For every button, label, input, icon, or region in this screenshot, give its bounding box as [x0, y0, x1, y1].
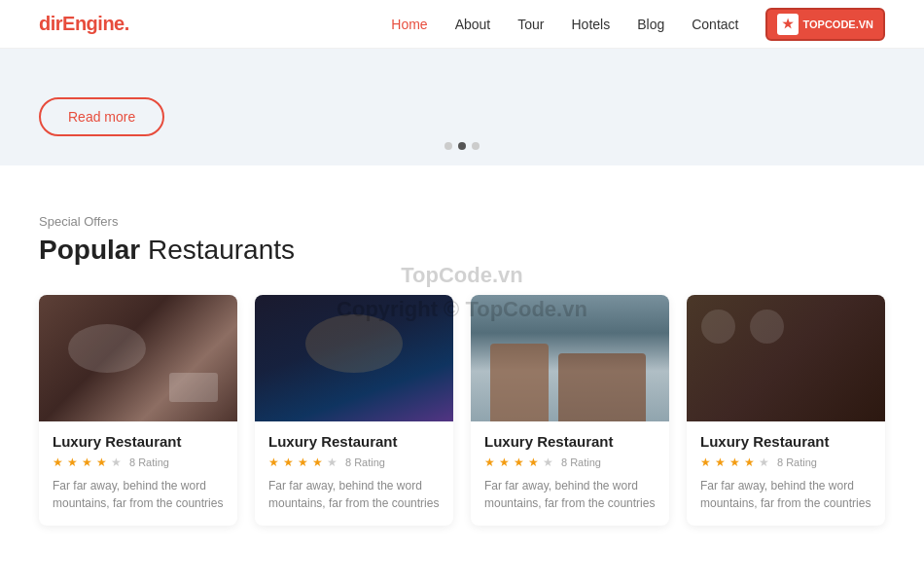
card-desc-3: Far far away, behind the word mountains,…	[484, 477, 656, 512]
star-4: ★	[312, 456, 323, 469]
star-2: ★	[67, 456, 78, 469]
star-4: ★	[528, 456, 539, 469]
star-1: ★	[268, 456, 279, 469]
topcode-badge: ★ TOPCODE.VN	[765, 8, 885, 41]
header: dirEngine. Home About Tour Hotels Blog C…	[0, 0, 924, 49]
card-title-3: Luxury Restaurant	[484, 433, 656, 450]
dot-3[interactable]	[472, 142, 480, 150]
star-5: ★	[759, 456, 769, 469]
nav-hotels[interactable]: Hotels	[572, 17, 611, 32]
card-body-4: Luxury Restaurant ★ ★ ★ ★ ★ 8 Rating Far…	[687, 421, 885, 526]
dots-indicator	[444, 142, 480, 150]
nav-tour[interactable]: Tour	[517, 17, 544, 32]
star-3: ★	[514, 456, 524, 469]
card-rating-3: ★ ★ ★ ★ ★ 8 Rating	[484, 456, 656, 469]
logo: dirEngine.	[39, 13, 129, 35]
card-rating-2: ★ ★ ★ ★ ★ 8 Rating	[268, 456, 440, 469]
card-body-2: Luxury Restaurant ★ ★ ★ ★ ★ 8 Rating Far…	[255, 421, 453, 526]
card-body-1: Luxury Restaurant ★ ★ ★ ★ ★ 8 Rating Far…	[39, 421, 237, 526]
card-rating-4: ★ ★ ★ ★ ★ 8 Rating	[700, 456, 871, 469]
restaurant-card-3[interactable]: Luxury Restaurant ★ ★ ★ ★ ★ 8 Rating Far…	[471, 295, 669, 526]
nav-contact[interactable]: Contact	[692, 17, 738, 32]
spacer	[0, 165, 924, 214]
rating-text-1: 8 Rating	[129, 456, 169, 468]
restaurant-card-1[interactable]: Luxury Restaurant ★ ★ ★ ★ ★ 8 Rating Far…	[39, 295, 237, 526]
card-title-2: Luxury Restaurant	[268, 433, 440, 450]
star-2: ★	[283, 456, 294, 469]
cards-grid: Luxury Restaurant ★ ★ ★ ★ ★ 8 Rating Far…	[39, 295, 885, 526]
card-body-3: Luxury Restaurant ★ ★ ★ ★ ★ 8 Rating Far…	[471, 421, 669, 526]
nav-about[interactable]: About	[455, 17, 491, 32]
section-label: Special Offers	[39, 214, 885, 229]
rating-text-3: 8 Rating	[561, 456, 601, 468]
card-title-1: Luxury Restaurant	[53, 433, 224, 450]
restaurant-card-4[interactable]: Luxury Restaurant ★ ★ ★ ★ ★ 8 Rating Far…	[687, 295, 885, 526]
rating-text-2: 8 Rating	[345, 456, 385, 468]
star-5: ★	[543, 456, 553, 469]
hero-section: Read more	[0, 49, 924, 165]
star-4: ★	[96, 456, 107, 469]
card-desc-2: Far far away, behind the word mountains,…	[268, 477, 440, 512]
star-3: ★	[298, 456, 308, 469]
card-image-2	[255, 295, 453, 421]
badge-icon: ★	[777, 14, 799, 35]
card-desc-4: Far far away, behind the word mountains,…	[700, 477, 871, 512]
nav-blog[interactable]: Blog	[637, 17, 664, 32]
card-image-3	[471, 295, 669, 421]
star-1: ★	[700, 456, 711, 469]
dot-1[interactable]	[444, 142, 452, 150]
hero-content: Read more	[39, 88, 164, 136]
read-more-button[interactable]: Read more	[39, 97, 164, 136]
nav-home[interactable]: Home	[391, 17, 427, 32]
star-1: ★	[53, 456, 63, 469]
star-4: ★	[744, 456, 755, 469]
restaurant-card-2[interactable]: Luxury Restaurant ★ ★ ★ ★ ★ 8 Rating Far…	[255, 295, 453, 526]
card-image-1	[39, 295, 237, 421]
star-5: ★	[327, 456, 338, 469]
section-title: Popular Restaurants	[39, 235, 885, 266]
star-3: ★	[82, 456, 92, 469]
nav: Home About Tour Hotels Blog Contact ★ TO…	[391, 8, 885, 41]
section-title-bold: Popular	[39, 235, 140, 265]
card-desc-1: Far far away, behind the word mountains,…	[53, 477, 224, 512]
star-3: ★	[729, 456, 740, 469]
star-2: ★	[499, 456, 510, 469]
badge-text: TOPCODE.VN	[802, 18, 873, 30]
card-image-4	[687, 295, 885, 421]
star-5: ★	[111, 456, 122, 469]
star-1: ★	[484, 456, 495, 469]
card-title-4: Luxury Restaurant	[700, 433, 871, 450]
section-title-rest: Restaurants	[140, 235, 295, 265]
dot-2[interactable]	[458, 142, 466, 150]
rating-text-4: 8 Rating	[777, 456, 817, 468]
popular-section: Special Offers Popular Restaurants Luxur…	[0, 214, 924, 565]
card-rating-1: ★ ★ ★ ★ ★ 8 Rating	[53, 456, 224, 469]
star-2: ★	[715, 456, 726, 469]
